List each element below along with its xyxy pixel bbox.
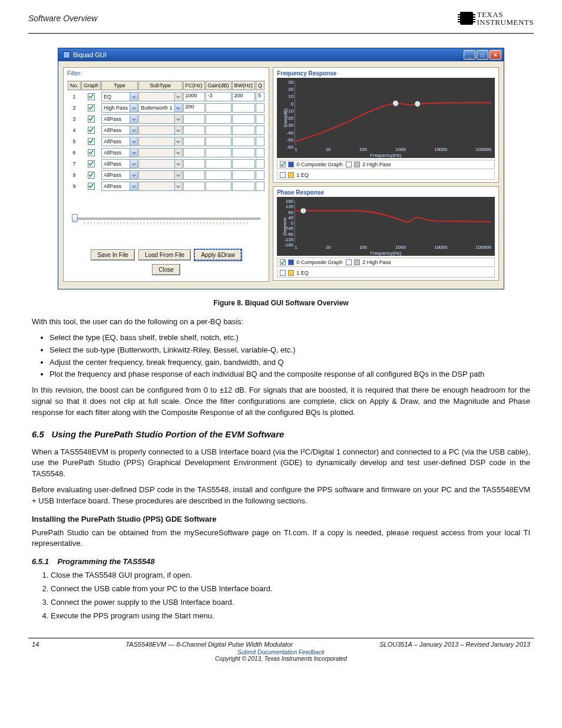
type-select[interactable]: AllPass <box>101 137 138 146</box>
save-button[interactable]: Save In File <box>91 249 135 261</box>
legend-checkbox[interactable] <box>280 270 286 276</box>
close-window-button[interactable]: × <box>490 50 501 60</box>
fc-input[interactable] <box>183 137 205 146</box>
bw-input[interactable] <box>232 170 256 180</box>
fc-input[interactable] <box>183 170 205 180</box>
slider-thumb-icon[interactable] <box>72 214 78 222</box>
col-header-bw: BW(Hz) <box>232 81 256 90</box>
chevron-down-icon <box>130 104 137 112</box>
legend-checkbox[interactable] <box>346 259 352 265</box>
legend-swatch-icon <box>354 259 360 265</box>
graph-checkbox[interactable] <box>88 160 95 167</box>
gain-input[interactable] <box>206 148 232 157</box>
graph-checkbox[interactable] <box>88 93 95 100</box>
graph-checkbox[interactable] <box>88 149 95 156</box>
q-input[interactable] <box>256 126 265 135</box>
type-select[interactable]: EQ <box>101 92 138 101</box>
fc-input[interactable]: 200 <box>183 103 205 113</box>
q-input[interactable] <box>256 159 265 169</box>
section-heading: 6.5 Using the PurePath Studio Portion of… <box>32 428 530 441</box>
q-input[interactable] <box>256 114 265 124</box>
app-window: Biquad GUI _ □ × Filter: No. Graph Type … <box>58 48 504 289</box>
bw-input[interactable] <box>232 159 256 169</box>
titlebar: Biquad GUI _ □ × <box>58 48 504 61</box>
header-rule <box>28 33 534 34</box>
axis-tick: 10000 <box>434 245 447 250</box>
legend-checkbox[interactable] <box>280 259 286 265</box>
fc-input[interactable] <box>183 182 205 191</box>
graph-checkbox[interactable] <box>88 183 95 190</box>
minimize-button[interactable]: _ <box>464 50 475 60</box>
type-select[interactable]: AllPass <box>101 148 138 157</box>
type-select[interactable]: AllPass <box>101 170 138 180</box>
gain-input[interactable] <box>206 114 232 124</box>
bw-input[interactable] <box>232 182 256 191</box>
legend-item[interactable]: 2 High Pass <box>346 259 391 265</box>
legend-checkbox[interactable] <box>280 172 286 178</box>
chevron-down-icon <box>174 182 182 190</box>
gain-input[interactable] <box>206 170 232 180</box>
gain-input[interactable] <box>206 103 232 113</box>
legend-item[interactable]: 1 EQ <box>280 172 309 178</box>
fc-input[interactable] <box>183 114 205 124</box>
page-header: Software Overview TEXAS INSTRUMENTS <box>0 0 562 31</box>
legend-item[interactable]: 2 High Pass <box>346 162 391 167</box>
close-button[interactable]: Close <box>152 264 180 275</box>
q-input[interactable] <box>256 137 265 146</box>
gain-input[interactable] <box>206 159 232 169</box>
graph-checkbox[interactable] <box>88 127 95 134</box>
q-input[interactable] <box>256 170 265 180</box>
gain-input[interactable]: -3 <box>206 92 232 101</box>
legend-label: 0 Composite Graph <box>296 162 342 167</box>
bw-input[interactable] <box>232 114 256 124</box>
row-number: 5 <box>68 137 81 146</box>
gain-input[interactable] <box>206 126 232 135</box>
list-item: Adjust the center frequency, break frequ… <box>49 357 530 368</box>
fc-input[interactable] <box>183 126 205 135</box>
legend-item[interactable]: 0 Composite Graph <box>280 259 342 265</box>
q-input[interactable] <box>256 103 265 113</box>
maximize-button[interactable]: □ <box>477 50 488 60</box>
fc-input[interactable] <box>183 159 205 169</box>
pps-paragraph-1: When a TAS5548EVM is properly connected … <box>32 447 530 480</box>
type-select[interactable]: High Pass <box>101 103 138 113</box>
legend-item[interactable]: 1 EQ <box>280 270 309 276</box>
graph-checkbox[interactable] <box>88 138 95 145</box>
legend-checkbox[interactable] <box>280 162 286 167</box>
list-item: Connect the USB cable from your PC to th… <box>51 584 530 595</box>
bw-input[interactable]: 200 <box>232 92 256 101</box>
legend-checkbox[interactable] <box>346 162 352 167</box>
subtype-select[interactable]: Butterworth 1 <box>138 103 183 113</box>
graph-checkbox[interactable] <box>88 172 95 179</box>
gain-input[interactable] <box>206 137 232 146</box>
apply-draw-button[interactable]: Apply &Draw <box>194 249 242 261</box>
footer-feedback-link[interactable]: Submit Documentation Feedback <box>237 649 325 655</box>
bw-input[interactable] <box>232 126 256 135</box>
type-select[interactable]: AllPass <box>101 182 138 191</box>
type-select[interactable]: AllPass <box>101 159 138 169</box>
q-input[interactable] <box>256 148 265 157</box>
gain-slider[interactable]: | | | | | | | | | | | | | | | | | | | | … <box>72 214 260 232</box>
filter-row: 9AllPass <box>68 182 265 191</box>
q-input[interactable] <box>256 182 265 191</box>
gain-input[interactable] <box>206 182 232 191</box>
legend-item[interactable]: 0 Composite Graph <box>280 162 342 167</box>
type-select[interactable]: AllPass <box>101 114 138 124</box>
bw-input[interactable] <box>232 103 256 113</box>
axis-tick: 180 <box>279 199 293 204</box>
bw-input[interactable] <box>232 137 256 146</box>
phase-response-title: Phase Response <box>277 189 495 196</box>
legend-swatch-icon <box>288 172 294 178</box>
q-input[interactable]: 5 <box>256 92 265 101</box>
graph-checkbox[interactable] <box>88 116 95 123</box>
svg-text:2: 2 <box>395 101 397 106</box>
freq-response-chart: Gain(dB) 3020100-10-20-30-40-50-60 2 1 1… <box>277 78 495 158</box>
fc-input[interactable] <box>183 148 205 157</box>
graph-checkbox[interactable] <box>88 104 95 111</box>
bw-input[interactable] <box>232 148 256 157</box>
axis-tick: -30 <box>279 123 293 128</box>
legend-label: 0 Composite Graph <box>296 259 342 265</box>
load-button[interactable]: Load From File <box>138 249 191 261</box>
fc-input[interactable]: 1000 <box>183 92 205 101</box>
type-select[interactable]: AllPass <box>101 126 138 135</box>
